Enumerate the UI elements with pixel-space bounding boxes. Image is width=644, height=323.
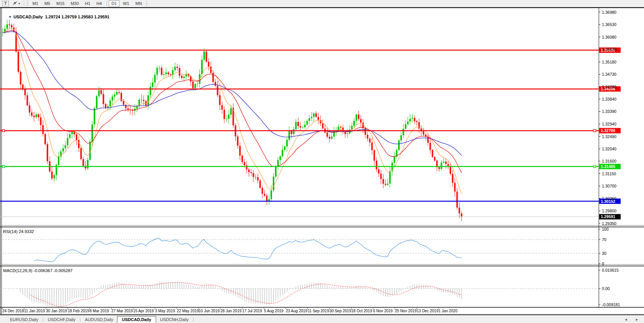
date-tick-label: 3 May 2019 bbox=[155, 309, 175, 313]
tab-scroll-left-button[interactable]: ◄ bbox=[624, 318, 628, 321]
date-tick-label: 11 Jan 2019 bbox=[24, 309, 45, 313]
diagonal-arrows-icon[interactable] bbox=[12, 1, 18, 6]
date-tick-label: 5 Aug 2019 bbox=[264, 309, 284, 313]
price-tick-label: 1.34280 bbox=[602, 85, 616, 89]
rsi-tick-label: 30 bbox=[602, 251, 607, 256]
price-tick-label: 1.36080 bbox=[602, 35, 616, 39]
ma-mid-line bbox=[3, 31, 461, 173]
symbol-tabbar: EURUSD,Daily|USDCHF,Daily|AUDUSD,DailyUS… bbox=[0, 315, 644, 323]
price-tick-label: 1.36530 bbox=[602, 22, 616, 27]
chart-title: ▼USDCAD,Daily 1.29724 1.29759 1.29583 1.… bbox=[4, 10, 109, 24]
hline-1.32700[interactable]: 1.32700 bbox=[0, 128, 621, 133]
toolbar-separator bbox=[24, 1, 24, 6]
timeframe-button-m30[interactable]: M30 bbox=[68, 0, 82, 7]
rsi-panel: 10070300 bbox=[0, 227, 609, 266]
price-tick-label: 1.29800 bbox=[602, 209, 616, 213]
date-tick-label: 8 Mar 2019 bbox=[90, 309, 109, 313]
price-axis: 1.369801.365301.360801.356301.351801.347… bbox=[599, 10, 616, 226]
toolbar-separator bbox=[147, 1, 147, 6]
date-axis: 24 Dec 201811 Jan 201930 Jan 201918 Feb … bbox=[2, 307, 458, 313]
price-tick-label: 1.30250 bbox=[602, 196, 616, 201]
timeframe-button-w1[interactable]: W1 bbox=[120, 0, 132, 7]
chart-title-symbol: USDCAD,Daily bbox=[13, 15, 42, 19]
price-tick-label: 1.30700 bbox=[602, 184, 616, 188]
date-tick-label: 18 Oct 2019 bbox=[351, 309, 372, 313]
price-tick-label: 1.32490 bbox=[602, 134, 616, 139]
macd-panel: 0.0106150.00-0.009181 bbox=[0, 268, 620, 307]
price-tick-label: 1.33390 bbox=[602, 109, 616, 114]
timeframe-button-m15[interactable]: M15 bbox=[54, 0, 67, 7]
chart-title-ohlc: 1.29724 1.29759 1.29583 1.29591 bbox=[45, 15, 109, 19]
macd-histogram bbox=[21, 282, 461, 307]
panel-borders bbox=[0, 7, 644, 315]
hline-price-label: 1.31405 bbox=[601, 164, 615, 169]
svg-text:1.29591: 1.29591 bbox=[601, 214, 615, 219]
hline-price-label: 1.32700 bbox=[601, 128, 615, 133]
macd-signal-line bbox=[29, 282, 461, 307]
price-tick-label: 1.32940 bbox=[602, 122, 616, 126]
date-tick-label: 30 Jan 2019 bbox=[46, 309, 67, 313]
hline-1.31405[interactable]: 1.31405 bbox=[0, 164, 621, 169]
ma-fast-line bbox=[3, 29, 461, 194]
rsi-tick-label: 70 bbox=[602, 237, 607, 242]
tab-usdchf[interactable]: USDCHF,Daily bbox=[44, 316, 79, 323]
timeframe-button-h4[interactable]: H4 bbox=[94, 0, 104, 7]
date-tick-label: 22 May 2019 bbox=[177, 309, 199, 313]
tab-usdcad[interactable]: USDCAD,Daily bbox=[117, 316, 156, 323]
rsi-tick-label: 100 bbox=[602, 227, 609, 232]
toolbar-separator bbox=[106, 1, 107, 6]
hline-1.30152[interactable]: 1.30152 bbox=[0, 199, 621, 204]
date-tick-label: 30 Sep 2019 bbox=[329, 309, 351, 313]
macd-tick-label: 0.00 bbox=[602, 286, 610, 291]
hline-1.35606[interactable]: 1.35606 bbox=[0, 47, 621, 53]
text-tool-button[interactable]: T bbox=[2, 1, 9, 7]
timeframe-button-m5[interactable]: M5 bbox=[42, 0, 53, 7]
rsi-line bbox=[34, 238, 461, 262]
tab-divider: | bbox=[193, 317, 194, 322]
price-tick-label: 1.36980 bbox=[602, 10, 616, 15]
current-price-label: 1.29591 bbox=[599, 214, 621, 219]
price-tick-label: 1.35180 bbox=[602, 60, 616, 64]
timeframe-button-d1[interactable]: D1 bbox=[109, 0, 119, 7]
macd-tick-label: 0.010615 bbox=[602, 268, 619, 272]
dropdown-caret-icon[interactable]: ▼ bbox=[18, 2, 21, 5]
tab-scroll-right-button[interactable]: ► bbox=[635, 318, 639, 321]
symbol-caret-icon[interactable]: ▼ bbox=[8, 15, 11, 19]
tab-divider: | bbox=[80, 317, 81, 322]
date-tick-label: 27 Mar 2019 bbox=[111, 309, 133, 313]
price-tick-label: 1.29350 bbox=[602, 221, 616, 226]
date-tick-label: 18 Feb 2019 bbox=[68, 309, 90, 313]
price-tick-label: 1.31600 bbox=[602, 159, 616, 163]
chart-window: 1.356061.342061.327001.314051.301521.369… bbox=[0, 7, 644, 315]
timeframe-button-m1[interactable]: M1 bbox=[30, 0, 41, 7]
price-tick-label: 1.31150 bbox=[602, 171, 616, 176]
moving-averages-layer bbox=[3, 29, 461, 194]
date-tick-label: 25 Nov 2019 bbox=[395, 309, 417, 313]
date-tick-label: 13 Dec 2019 bbox=[417, 309, 439, 313]
price-tick-label: 1.33840 bbox=[602, 97, 616, 101]
hline-1.34206[interactable]: 1.34206 bbox=[0, 86, 621, 91]
date-tick-label: 28 Jun 2019 bbox=[220, 309, 241, 313]
macd-indicator-label: MACD(12,26,9) -0.006367 -0.005287 bbox=[3, 268, 73, 273]
tab-audusd[interactable]: AUDUSD,Daily bbox=[81, 316, 117, 323]
price-tick-label: 1.35630 bbox=[602, 47, 616, 52]
timeframe-button-mn[interactable]: MN bbox=[133, 0, 145, 7]
tab-usdcnh[interactable]: USDCNH,Daily bbox=[156, 316, 192, 323]
tab-eurusd[interactable]: EURUSD,Daily bbox=[6, 316, 42, 323]
toolbar-grip bbox=[27, 1, 28, 6]
date-tick-label: 24 Dec 2018 bbox=[2, 309, 24, 313]
top-toolbar: T ▼ M1M5M15M30H1H4D1W1MN bbox=[0, 0, 644, 7]
date-tick-label: 17 Jul 2019 bbox=[242, 309, 262, 313]
macd-tick-label: -0.009181 bbox=[602, 302, 620, 307]
rsi-tick-label: 0 bbox=[602, 261, 604, 266]
date-tick-label: 1 Jan 2020 bbox=[439, 309, 458, 313]
date-tick-label: 23 Aug 2019 bbox=[286, 309, 308, 313]
chart-canvas[interactable]: 1.356061.342061.327001.314051.301521.369… bbox=[0, 7, 644, 315]
tab-divider: | bbox=[42, 317, 44, 322]
price-tick-label: 1.32040 bbox=[602, 147, 616, 151]
date-tick-label: 6 Nov 2019 bbox=[373, 309, 393, 313]
date-tick-label: 15 Apr 2019 bbox=[133, 309, 154, 313]
rsi-indicator-label: RSI(14) 24.9332 bbox=[3, 229, 34, 234]
timeframe-button-h1[interactable]: H1 bbox=[82, 0, 93, 7]
price-tick-label: 1.34730 bbox=[602, 72, 616, 77]
